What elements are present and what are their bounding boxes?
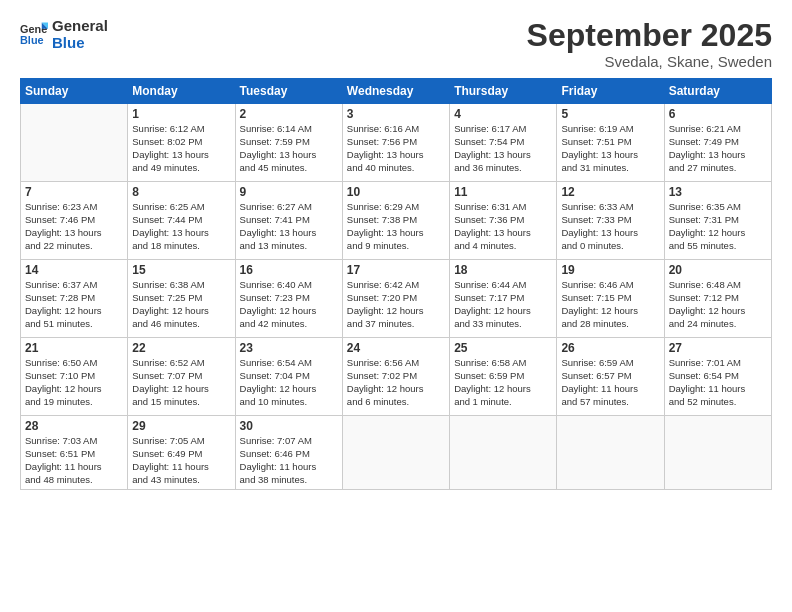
day-info: Sunrise: 7:07 AM Sunset: 6:46 PM Dayligh… xyxy=(240,435,338,486)
day-cell: 28Sunrise: 7:03 AM Sunset: 6:51 PM Dayli… xyxy=(21,416,128,490)
day-cell: 13Sunrise: 6:35 AM Sunset: 7:31 PM Dayli… xyxy=(664,182,771,260)
day-info: Sunrise: 6:33 AM Sunset: 7:33 PM Dayligh… xyxy=(561,201,659,252)
day-cell: 22Sunrise: 6:52 AM Sunset: 7:07 PM Dayli… xyxy=(128,338,235,416)
svg-text:Blue: Blue xyxy=(20,34,44,46)
day-info: Sunrise: 6:48 AM Sunset: 7:12 PM Dayligh… xyxy=(669,279,767,330)
day-cell: 1Sunrise: 6:12 AM Sunset: 8:02 PM Daylig… xyxy=(128,104,235,182)
day-info: Sunrise: 6:12 AM Sunset: 8:02 PM Dayligh… xyxy=(132,123,230,174)
day-number: 19 xyxy=(561,263,659,277)
day-number: 30 xyxy=(240,419,338,433)
day-info: Sunrise: 6:42 AM Sunset: 7:20 PM Dayligh… xyxy=(347,279,445,330)
day-number: 27 xyxy=(669,341,767,355)
day-cell: 8Sunrise: 6:25 AM Sunset: 7:44 PM Daylig… xyxy=(128,182,235,260)
week-row: 7Sunrise: 6:23 AM Sunset: 7:46 PM Daylig… xyxy=(21,182,772,260)
month-title: September 2025 xyxy=(527,18,772,53)
logo-line2: Blue xyxy=(52,35,108,52)
day-cell: 27Sunrise: 7:01 AM Sunset: 6:54 PM Dayli… xyxy=(664,338,771,416)
day-info: Sunrise: 6:52 AM Sunset: 7:07 PM Dayligh… xyxy=(132,357,230,408)
day-cell: 23Sunrise: 6:54 AM Sunset: 7:04 PM Dayli… xyxy=(235,338,342,416)
day-info: Sunrise: 7:05 AM Sunset: 6:49 PM Dayligh… xyxy=(132,435,230,486)
day-number: 14 xyxy=(25,263,123,277)
day-info: Sunrise: 6:56 AM Sunset: 7:02 PM Dayligh… xyxy=(347,357,445,408)
day-info: Sunrise: 6:50 AM Sunset: 7:10 PM Dayligh… xyxy=(25,357,123,408)
day-cell: 2Sunrise: 6:14 AM Sunset: 7:59 PM Daylig… xyxy=(235,104,342,182)
week-row: 21Sunrise: 6:50 AM Sunset: 7:10 PM Dayli… xyxy=(21,338,772,416)
day-number: 13 xyxy=(669,185,767,199)
day-number: 21 xyxy=(25,341,123,355)
calendar-table: SundayMondayTuesdayWednesdayThursdayFrid… xyxy=(20,78,772,490)
day-cell xyxy=(664,416,771,490)
day-cell: 7Sunrise: 6:23 AM Sunset: 7:46 PM Daylig… xyxy=(21,182,128,260)
day-info: Sunrise: 6:54 AM Sunset: 7:04 PM Dayligh… xyxy=(240,357,338,408)
day-header: Thursday xyxy=(450,79,557,104)
day-number: 3 xyxy=(347,107,445,121)
day-info: Sunrise: 6:23 AM Sunset: 7:46 PM Dayligh… xyxy=(25,201,123,252)
day-cell: 11Sunrise: 6:31 AM Sunset: 7:36 PM Dayli… xyxy=(450,182,557,260)
day-number: 7 xyxy=(25,185,123,199)
logo-line1: General xyxy=(52,18,108,35)
logo-icon: General Blue xyxy=(20,21,48,49)
day-cell: 25Sunrise: 6:58 AM Sunset: 6:59 PM Dayli… xyxy=(450,338,557,416)
day-number: 23 xyxy=(240,341,338,355)
day-number: 8 xyxy=(132,185,230,199)
day-number: 29 xyxy=(132,419,230,433)
day-info: Sunrise: 6:27 AM Sunset: 7:41 PM Dayligh… xyxy=(240,201,338,252)
day-info: Sunrise: 6:44 AM Sunset: 7:17 PM Dayligh… xyxy=(454,279,552,330)
day-info: Sunrise: 6:35 AM Sunset: 7:31 PM Dayligh… xyxy=(669,201,767,252)
day-cell: 3Sunrise: 6:16 AM Sunset: 7:56 PM Daylig… xyxy=(342,104,449,182)
day-cell xyxy=(21,104,128,182)
day-number: 11 xyxy=(454,185,552,199)
day-cell: 18Sunrise: 6:44 AM Sunset: 7:17 PM Dayli… xyxy=(450,260,557,338)
day-header: Wednesday xyxy=(342,79,449,104)
day-info: Sunrise: 7:01 AM Sunset: 6:54 PM Dayligh… xyxy=(669,357,767,408)
day-number: 18 xyxy=(454,263,552,277)
subtitle: Svedala, Skane, Sweden xyxy=(527,53,772,70)
day-info: Sunrise: 6:19 AM Sunset: 7:51 PM Dayligh… xyxy=(561,123,659,174)
day-number: 16 xyxy=(240,263,338,277)
day-cell: 29Sunrise: 7:05 AM Sunset: 6:49 PM Dayli… xyxy=(128,416,235,490)
day-info: Sunrise: 6:16 AM Sunset: 7:56 PM Dayligh… xyxy=(347,123,445,174)
day-header: Friday xyxy=(557,79,664,104)
day-number: 15 xyxy=(132,263,230,277)
day-number: 4 xyxy=(454,107,552,121)
day-info: Sunrise: 6:17 AM Sunset: 7:54 PM Dayligh… xyxy=(454,123,552,174)
day-cell: 19Sunrise: 6:46 AM Sunset: 7:15 PM Dayli… xyxy=(557,260,664,338)
day-number: 24 xyxy=(347,341,445,355)
week-row: 1Sunrise: 6:12 AM Sunset: 8:02 PM Daylig… xyxy=(21,104,772,182)
day-cell: 15Sunrise: 6:38 AM Sunset: 7:25 PM Dayli… xyxy=(128,260,235,338)
day-number: 12 xyxy=(561,185,659,199)
day-info: Sunrise: 6:38 AM Sunset: 7:25 PM Dayligh… xyxy=(132,279,230,330)
day-info: Sunrise: 6:59 AM Sunset: 6:57 PM Dayligh… xyxy=(561,357,659,408)
title-block: September 2025 Svedala, Skane, Sweden xyxy=(527,18,772,70)
day-cell: 9Sunrise: 6:27 AM Sunset: 7:41 PM Daylig… xyxy=(235,182,342,260)
logo: General Blue General Blue xyxy=(20,18,108,51)
day-cell: 10Sunrise: 6:29 AM Sunset: 7:38 PM Dayli… xyxy=(342,182,449,260)
week-row: 14Sunrise: 6:37 AM Sunset: 7:28 PM Dayli… xyxy=(21,260,772,338)
day-header: Saturday xyxy=(664,79,771,104)
header: General Blue General Blue September 2025… xyxy=(20,18,772,70)
day-info: Sunrise: 6:31 AM Sunset: 7:36 PM Dayligh… xyxy=(454,201,552,252)
day-info: Sunrise: 6:37 AM Sunset: 7:28 PM Dayligh… xyxy=(25,279,123,330)
day-header: Monday xyxy=(128,79,235,104)
day-number: 17 xyxy=(347,263,445,277)
day-number: 9 xyxy=(240,185,338,199)
day-number: 26 xyxy=(561,341,659,355)
day-number: 28 xyxy=(25,419,123,433)
day-cell: 16Sunrise: 6:40 AM Sunset: 7:23 PM Dayli… xyxy=(235,260,342,338)
day-info: Sunrise: 6:14 AM Sunset: 7:59 PM Dayligh… xyxy=(240,123,338,174)
header-row: SundayMondayTuesdayWednesdayThursdayFrid… xyxy=(21,79,772,104)
day-cell: 12Sunrise: 6:33 AM Sunset: 7:33 PM Dayli… xyxy=(557,182,664,260)
week-row: 28Sunrise: 7:03 AM Sunset: 6:51 PM Dayli… xyxy=(21,416,772,490)
day-number: 6 xyxy=(669,107,767,121)
day-number: 5 xyxy=(561,107,659,121)
day-cell: 21Sunrise: 6:50 AM Sunset: 7:10 PM Dayli… xyxy=(21,338,128,416)
day-cell: 6Sunrise: 6:21 AM Sunset: 7:49 PM Daylig… xyxy=(664,104,771,182)
day-cell: 24Sunrise: 6:56 AM Sunset: 7:02 PM Dayli… xyxy=(342,338,449,416)
day-info: Sunrise: 7:03 AM Sunset: 6:51 PM Dayligh… xyxy=(25,435,123,486)
day-number: 10 xyxy=(347,185,445,199)
day-cell xyxy=(450,416,557,490)
day-info: Sunrise: 6:46 AM Sunset: 7:15 PM Dayligh… xyxy=(561,279,659,330)
day-info: Sunrise: 6:40 AM Sunset: 7:23 PM Dayligh… xyxy=(240,279,338,330)
day-cell: 4Sunrise: 6:17 AM Sunset: 7:54 PM Daylig… xyxy=(450,104,557,182)
day-info: Sunrise: 6:25 AM Sunset: 7:44 PM Dayligh… xyxy=(132,201,230,252)
